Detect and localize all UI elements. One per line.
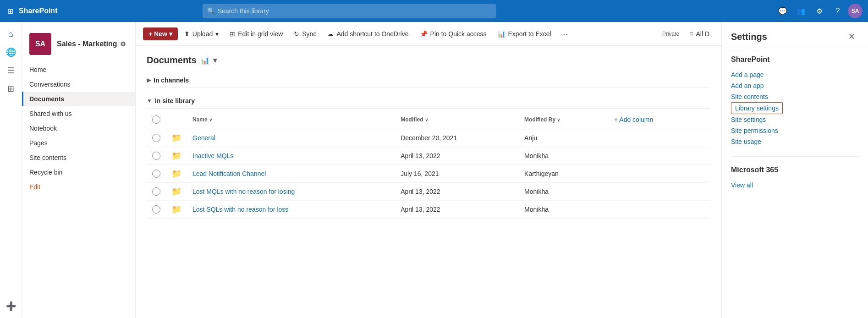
all-documents-button[interactable]: ≡ All D — [685, 27, 714, 40]
view-icon: ≡ — [689, 30, 693, 38]
toolbar: + New ▾ ⬆ Upload ▾ ⊞ Edit in grid view ↻… — [136, 22, 721, 46]
microsoft365-section-title: Microsoft 365 — [731, 166, 859, 174]
sidebar-item-shared[interactable]: Shared with us — [22, 106, 135, 121]
site-title: Sales - Marketing ⚙ — [57, 40, 126, 48]
add-column-button[interactable]: + Add column — [610, 114, 657, 125]
in-site-library-group-header[interactable]: ▼ In site library — [147, 93, 710, 109]
sidebar-item-site-contents[interactable]: Site contents — [22, 150, 135, 165]
sharepoint-settings-section: SharePoint Add a page Add an app Site co… — [722, 48, 868, 154]
sidebar-item-documents[interactable]: Documents — [22, 92, 135, 106]
content-area: + New ▾ ⬆ Upload ▾ ⊞ Edit in grid view ↻… — [136, 22, 721, 318]
view-all-link[interactable]: View all — [731, 180, 859, 191]
sidebar-item-pages[interactable]: Pages — [22, 136, 135, 150]
waffle-icon[interactable]: ⊞ — [5, 5, 15, 17]
add-rail-icon[interactable]: ➕ — [3, 298, 19, 314]
add-column-header[interactable]: + Add column — [605, 110, 710, 129]
row-checkbox[interactable] — [152, 170, 160, 178]
folder-icon: 📁 — [171, 133, 181, 143]
file-modified-by: Monikha — [519, 147, 605, 165]
folder-icon: 📁 — [171, 169, 181, 178]
file-name[interactable]: Inactive MQLs — [192, 152, 233, 159]
pin-quick-access-button[interactable]: 📌 Pin to Quick access — [415, 27, 491, 40]
add-app-link[interactable]: Add an app — [731, 80, 859, 91]
help-icon[interactable]: ? — [830, 3, 846, 19]
file-name[interactable]: General — [192, 134, 215, 142]
export-excel-button[interactable]: 📊 Export to Excel — [493, 27, 556, 40]
file-name[interactable]: Lead Notification Channel — [192, 170, 266, 177]
section-dropdown-icon[interactable]: ▾ — [213, 56, 217, 65]
library-settings-link[interactable]: Library settings — [731, 102, 783, 114]
name-sort-icon: ∨ — [209, 117, 212, 122]
modified-column-header[interactable]: Modified ∨ — [395, 110, 519, 129]
file-name[interactable]: Lost SQLs with no reason for loss — [192, 206, 288, 213]
row-checkbox[interactable] — [152, 205, 160, 214]
sidebar-item-home[interactable]: Home — [22, 62, 135, 77]
edit-grid-button[interactable]: ⊞ Edit in grid view — [225, 27, 287, 40]
file-modified-by: Anju — [519, 129, 605, 147]
sharepoint-section-title: SharePoint — [731, 55, 859, 64]
sync-button[interactable]: ↻ Sync — [289, 27, 321, 40]
new-chevron-icon: ▾ — [169, 30, 172, 38]
file-table: Name ∨ Modified ∨ Modified By ∨ + A — [147, 110, 710, 219]
section-view-icon[interactable]: 📊 — [200, 56, 209, 65]
select-all-header[interactable] — [147, 110, 166, 129]
content-main: Documents 📊 ▾ ▶ In channels ▼ In site li… — [136, 46, 721, 318]
folder-icon: 📁 — [171, 205, 181, 214]
sidebar-nav: Home Conversations Documents Shared with… — [22, 62, 135, 194]
site-usage-link[interactable]: Site usage — [731, 136, 859, 147]
main-layout: ⌂ 🌐 ☰ ⊞ ➕ SA Sales - Marketing ⚙ Home Co… — [0, 22, 868, 318]
sidebar: SA Sales - Marketing ⚙ Home Conversation… — [22, 22, 136, 318]
sidebar-item-notebook[interactable]: Notebook — [22, 121, 135, 136]
top-nav-actions: 💬 👥 ⚙ ? SA — [775, 3, 863, 19]
search-box[interactable]: 🔍 — [203, 4, 496, 18]
channels-chevron-icon: ▶ — [147, 77, 151, 83]
select-all-checkbox[interactable] — [152, 115, 160, 124]
table-row: 📁 Lost MQLs with no reason for losing Ap… — [147, 183, 710, 201]
row-checkbox[interactable] — [152, 152, 160, 160]
toolbar-right: Private ≡ All D — [662, 27, 714, 40]
folder-icon: 📁 — [171, 151, 181, 160]
site-header: SA Sales - Marketing ⚙ — [22, 27, 135, 62]
upload-button[interactable]: ⬆ Upload ▾ — [180, 27, 223, 40]
search-input[interactable] — [218, 7, 491, 15]
add-shortcut-button[interactable]: ☁ Add shortcut to OneDrive — [323, 27, 413, 40]
add-page-link[interactable]: Add a page — [731, 69, 859, 80]
user-avatar[interactable]: SA — [848, 4, 863, 18]
contacts-icon[interactable]: 👥 — [793, 3, 809, 19]
site-contents-link[interactable]: Site contents — [731, 91, 859, 102]
sidebar-edit-link[interactable]: Edit — [22, 180, 135, 194]
site-avatar: SA — [29, 33, 51, 55]
file-modified-by: Karthigeyan — [519, 165, 605, 183]
sidebar-item-recycle-bin[interactable]: Recycle bin — [22, 165, 135, 180]
section-title: Documents 📊 ▾ — [147, 55, 710, 66]
row-checkbox[interactable] — [152, 187, 160, 196]
modified-by-column-header[interactable]: Modified By ∨ — [519, 110, 605, 129]
settings-panel: Settings ✕ SharePoint Add a page Add an … — [721, 22, 868, 318]
settings-icon[interactable]: ⚙ — [811, 3, 828, 19]
settings-close-button[interactable]: ✕ — [844, 29, 859, 44]
site-permissions-link[interactable]: Site permissions — [731, 125, 859, 136]
globe-rail-icon[interactable]: 🌐 — [3, 44, 19, 60]
sharepoint-logo[interactable]: SharePoint — [19, 7, 57, 15]
chat-icon[interactable]: 💬 — [775, 3, 791, 19]
more-options-button[interactable]: ··· — [558, 27, 572, 40]
site-settings-link[interactable]: Site settings — [731, 114, 859, 125]
home-rail-icon[interactable]: ⌂ — [3, 26, 19, 42]
table-row: 📁 Lead Notification Channel July 16, 202… — [147, 165, 710, 183]
folder-icon: 📁 — [171, 187, 181, 196]
apps-rail-icon[interactable]: ⊞ — [3, 81, 19, 97]
new-button[interactable]: + New ▾ — [143, 27, 178, 40]
top-navigation: ⊞ SharePoint 🔍 💬 👥 ⚙ ? SA — [0, 0, 868, 22]
row-checkbox[interactable] — [152, 134, 160, 142]
sidebar-item-conversations[interactable]: Conversations — [22, 77, 135, 92]
file-modified-by: Monikha — [519, 183, 605, 201]
site-gear-icon[interactable]: ⚙ — [120, 40, 126, 48]
search-icon: 🔍 — [207, 7, 215, 15]
table-row: 📁 General December 20, 2021 Anju — [147, 129, 710, 147]
in-channels-group-header[interactable]: ▶ In channels — [147, 73, 710, 88]
name-column-header[interactable]: Name ∨ — [187, 110, 395, 129]
feed-rail-icon[interactable]: ☰ — [3, 62, 19, 79]
microsoft365-settings-section: Microsoft 365 View all — [722, 159, 868, 198]
file-name[interactable]: Lost MQLs with no reason for losing — [192, 188, 295, 195]
file-modified-by: Monikha — [519, 201, 605, 219]
